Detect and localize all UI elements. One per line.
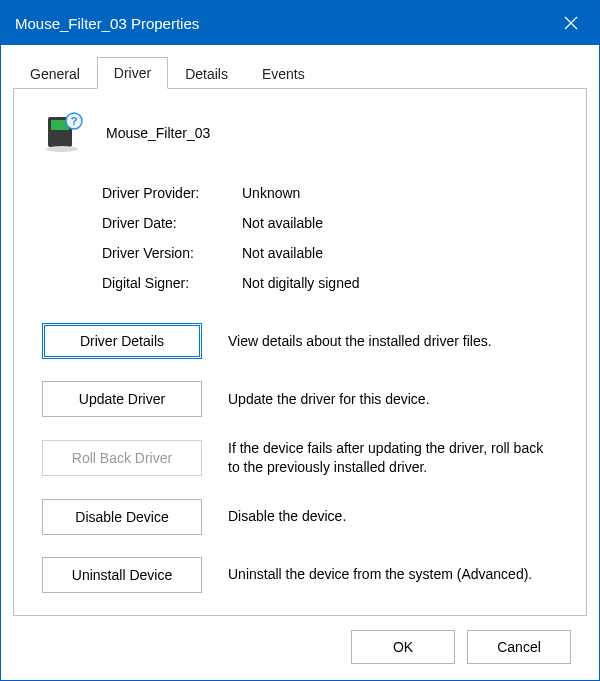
action-row-update-driver: Update Driver Update the driver for this… (42, 381, 558, 417)
cancel-button[interactable]: Cancel (467, 630, 571, 664)
roll-back-driver-desc: If the device fails after updating the d… (228, 439, 558, 477)
close-button[interactable] (543, 1, 599, 45)
tab-general[interactable]: General (13, 58, 97, 89)
uninstall-device-button[interactable]: Uninstall Device (42, 557, 202, 593)
driver-details-desc: View details about the installed driver … (228, 332, 558, 351)
driver-date-label: Driver Date: (102, 215, 242, 231)
driver-provider-value: Unknown (242, 185, 558, 201)
titlebar: Mouse_Filter_03 Properties (1, 1, 599, 45)
uninstall-device-desc: Uninstall the device from the system (Ad… (228, 565, 558, 584)
tab-panel-driver: ? Mouse_Filter_03 Driver Provider: Unkno… (13, 88, 587, 616)
action-row-uninstall-device: Uninstall Device Uninstall the device fr… (42, 557, 558, 593)
disable-device-button[interactable]: Disable Device (42, 499, 202, 535)
device-name: Mouse_Filter_03 (106, 125, 210, 141)
device-icon: ? (42, 111, 86, 155)
driver-version-value: Not available (242, 245, 558, 261)
ok-button[interactable]: OK (351, 630, 455, 664)
update-driver-desc: Update the driver for this device. (228, 390, 558, 409)
tab-driver[interactable]: Driver (97, 57, 168, 89)
svg-text:?: ? (71, 115, 78, 127)
update-driver-button[interactable]: Update Driver (42, 381, 202, 417)
action-row-disable-device: Disable Device Disable the device. (42, 499, 558, 535)
tabstrip: General Driver Details Events (13, 55, 587, 88)
roll-back-driver-button: Roll Back Driver (42, 440, 202, 476)
digital-signer-value: Not digitally signed (242, 275, 558, 291)
svg-point-4 (46, 146, 78, 152)
action-row-roll-back-driver: Roll Back Driver If the device fails aft… (42, 439, 558, 477)
disable-device-desc: Disable the device. (228, 507, 558, 526)
dialog-footer: OK Cancel (13, 616, 587, 680)
close-icon (564, 16, 578, 30)
properties-dialog: Mouse_Filter_03 Properties General Drive… (0, 0, 600, 681)
driver-version-label: Driver Version: (102, 245, 242, 261)
dialog-body: General Driver Details Events ? Mouse_Fi… (1, 45, 599, 680)
action-row-driver-details: Driver Details View details about the in… (42, 323, 558, 359)
device-header: ? Mouse_Filter_03 (42, 111, 558, 155)
driver-details-button[interactable]: Driver Details (42, 323, 202, 359)
digital-signer-label: Digital Signer: (102, 275, 242, 291)
window-title: Mouse_Filter_03 Properties (15, 15, 199, 32)
tab-details[interactable]: Details (168, 58, 245, 89)
driver-date-value: Not available (242, 215, 558, 231)
tab-events[interactable]: Events (245, 58, 322, 89)
driver-provider-label: Driver Provider: (102, 185, 242, 201)
driver-info-grid: Driver Provider: Unknown Driver Date: No… (102, 185, 558, 291)
